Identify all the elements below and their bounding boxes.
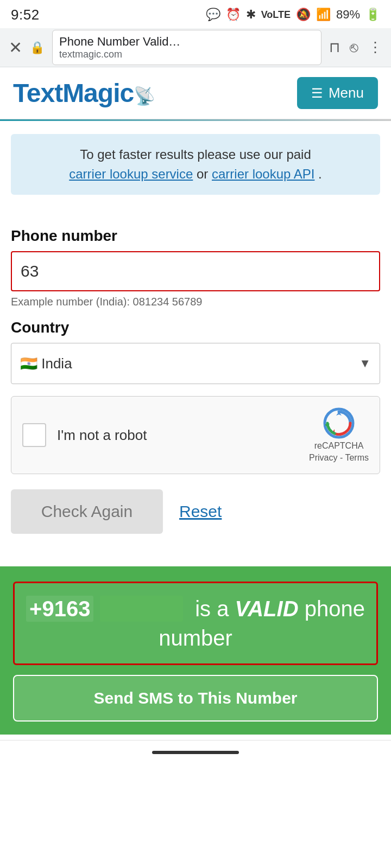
- page-title: Phone Number Valid…: [59, 35, 314, 49]
- mute-icon: 🔕: [296, 8, 311, 22]
- result-text-box: +9163 is a VALID phonenumber: [13, 582, 378, 665]
- recaptcha-label: I'm not a robot: [57, 427, 147, 444]
- recaptcha-branding: reCAPTCHA: [314, 441, 364, 451]
- page-domain: textmagic.com: [59, 49, 314, 60]
- result-text: +9163 is a VALID phonenumber: [24, 594, 367, 653]
- carrier-api-link[interactable]: carrier lookup API: [212, 167, 314, 181]
- logo-text: TextMagic: [13, 79, 134, 107]
- volte-icon: VoLTE: [261, 9, 291, 21]
- phone-label: Phone number: [11, 227, 380, 245]
- recaptcha-box: I'm not a robot reCAPTCHA Privacy - Term…: [11, 396, 380, 474]
- example-text: Example number (India): 081234 56789: [11, 296, 380, 308]
- buttons-row: Check Again Reset: [11, 489, 380, 534]
- bottom-bar: [0, 740, 391, 764]
- reset-button[interactable]: Reset: [179, 502, 222, 521]
- home-indicator: [152, 751, 239, 754]
- hamburger-icon: ☰: [311, 86, 323, 101]
- phone-input[interactable]: [11, 251, 380, 291]
- browser-url-box[interactable]: Phone Number Valid… textmagic.com: [52, 30, 321, 65]
- browser-actions: ⊓ ⎋ ⋮: [329, 39, 382, 56]
- logo-signal-icon: 📡: [134, 86, 155, 106]
- header-divider: [0, 119, 391, 121]
- battery-icon: 🔋: [365, 8, 380, 22]
- recaptcha-checkbox[interactable]: [22, 423, 46, 447]
- site-logo: TextMagic📡: [13, 78, 155, 108]
- signal-icon: 📶: [316, 8, 331, 22]
- lock-icon: 🔒: [30, 41, 45, 55]
- recaptcha-left: I'm not a robot: [22, 423, 147, 447]
- recaptcha-logo-icon: [323, 407, 355, 439]
- bookmark-icon[interactable]: ⊓: [329, 39, 340, 56]
- carrier-lookup-link[interactable]: carrier lookup service: [69, 167, 193, 181]
- send-sms-button[interactable]: Send SMS to This Number: [13, 675, 378, 722]
- more-icon[interactable]: ⋮: [368, 39, 382, 56]
- check-again-button[interactable]: Check Again: [11, 489, 163, 534]
- info-text-before: To get faster results please use our pai…: [80, 147, 311, 162]
- status-icons: 💬 ⏰ ✱ VoLTE 🔕 📶 89% 🔋: [206, 8, 380, 22]
- valid-label: VALID: [235, 597, 299, 621]
- status-time: 9:52: [11, 7, 40, 23]
- info-text-after: .: [318, 167, 322, 181]
- recaptcha-privacy-links: Privacy - Terms: [309, 453, 369, 463]
- menu-label: Menu: [329, 85, 364, 101]
- result-banner: +9163 is a VALID phonenumber Send SMS to…: [0, 566, 391, 735]
- alarm-icon: ⏰: [226, 8, 241, 22]
- info-text-middle: or: [197, 167, 212, 181]
- bluetooth-icon: ✱: [246, 8, 256, 22]
- result-valid-text: is a VALID phonenumber: [159, 597, 365, 650]
- close-icon[interactable]: ✕: [9, 38, 22, 57]
- recaptcha-right: reCAPTCHA Privacy - Terms: [309, 407, 369, 463]
- main-content: Phone number Example number (India): 081…: [0, 208, 391, 547]
- country-select[interactable]: 🇮🇳 India 🇺🇸 United States 🇬🇧 United King…: [11, 343, 380, 384]
- site-header: TextMagic📡 ☰ Menu: [0, 67, 391, 119]
- browser-bar: ✕ 🔒 Phone Number Valid… textmagic.com ⊓ …: [0, 28, 391, 67]
- menu-button[interactable]: ☰ Menu: [297, 77, 378, 109]
- result-phone: +9163: [26, 596, 93, 622]
- country-label: Country: [11, 319, 380, 336]
- battery-percent: 89%: [336, 8, 360, 22]
- country-select-wrapper[interactable]: 🇮🇳 India 🇺🇸 United States 🇬🇧 United King…: [11, 343, 380, 384]
- status-bar: 9:52 💬 ⏰ ✱ VoLTE 🔕 📶 89% 🔋: [0, 0, 391, 28]
- whatsapp-icon: 💬: [206, 8, 220, 22]
- info-banner: To get faster results please use our pai…: [11, 134, 380, 195]
- share-icon[interactable]: ⎋: [350, 39, 358, 56]
